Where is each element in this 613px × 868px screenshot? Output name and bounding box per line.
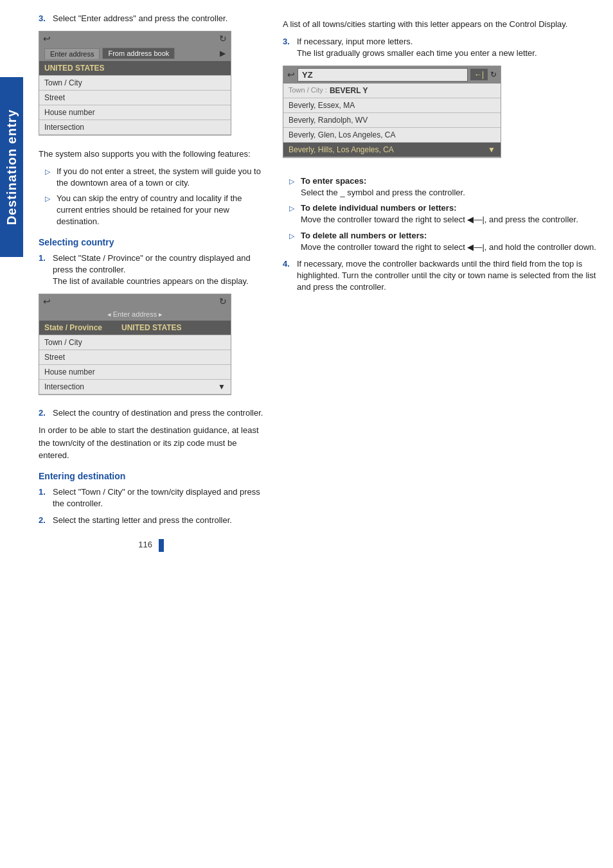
screen1-row-0[interactable]: UNITED STATES	[39, 61, 231, 76]
screen1-row-4[interactable]: Intersection	[39, 120, 231, 135]
bullet-2: ▷ You can skip the entry of country and …	[45, 193, 263, 228]
nav-screen-3: ↩ YZ ←| ↻ Town / City : BEVERL Y Beverly…	[283, 66, 501, 158]
state-province-row[interactable]: State / Province UNITED STATES	[39, 321, 231, 335]
town-city-value: BEVERL Y	[330, 86, 368, 95]
back-icon-1: ↩	[43, 33, 51, 44]
screen2-row-1[interactable]: Town / City	[39, 335, 231, 350]
selecting-step-1-num: 1.	[39, 252, 49, 288]
selecting-step-2-text: Select the country of destination and pr…	[53, 407, 263, 419]
left-column: 3. Select "Enter address" and press the …	[39, 13, 276, 552]
right-bullet-text-1: To enter spaces:Select the _ symbol and …	[301, 175, 465, 199]
bullet-text-2: You can skip the entry of country and lo…	[57, 193, 263, 228]
right-bullet-1: ▷ To enter spaces:Select the _ symbol an…	[289, 175, 600, 199]
right-step-4-text: If necessary, move the controller backwa…	[297, 258, 600, 294]
main-content: 3. Select "Enter address" and press the …	[32, 0, 613, 565]
right-column: A list of all towns/cities starting with…	[276, 13, 600, 552]
right-step-3-num: 3.	[283, 36, 293, 59]
bullet-text-1: If you do not enter a street, the system…	[57, 166, 263, 189]
screen2-label	[39, 402, 231, 407]
screen2-row-2[interactable]: Street	[39, 350, 231, 365]
selecting-step-2-num: 2.	[39, 407, 49, 419]
tab-arrow: ▶	[220, 49, 226, 58]
right-bullet-arrow-3: ▷	[289, 231, 297, 253]
entering-destination-heading: Entering destination	[39, 471, 263, 481]
entering-step-2: 2. Select the starting letter and press …	[39, 515, 263, 526]
screen3-town-header: Town / City : BEVERL Y	[283, 84, 501, 98]
screen3-row-3[interactable]: Beverly, Glen, Los Angeles, CA	[283, 128, 501, 143]
step-3-text: Select "Enter address" and press the con…	[53, 13, 263, 24]
nav-screen-2-header: ↩ ↻	[39, 294, 231, 308]
refresh-icon-3: ↻	[490, 70, 497, 79]
tab-row-1: Enter address From address book ▶	[39, 46, 231, 61]
tab-enter-address[interactable]: Enter address	[44, 48, 100, 59]
screen3-row-4-text: Beverly, Hills, Los Angeles, CA	[289, 145, 394, 154]
screen3-label	[283, 164, 501, 170]
screen2-row-3[interactable]: House number	[39, 365, 231, 380]
right-step-3-text: If necessary, input more letters.The lis…	[297, 36, 600, 59]
screen1-label	[39, 137, 231, 143]
selecting-step-1: 1. Select "State / Province" or the coun…	[39, 252, 263, 288]
right-bullet-3: ▷ To delete all numbers or letters:Move …	[289, 230, 600, 253]
entering-step-1: 1. Select "Town / City" or the town/city…	[39, 486, 263, 509]
nav-screen-1-header: ↩ ↻	[39, 31, 231, 46]
town-city-label: Town / City :	[289, 86, 327, 95]
selecting-step-1-text: Select "State / Province" or the country…	[53, 252, 263, 288]
right-step-4: 4. If necessary, move the controller bac…	[283, 258, 600, 294]
backspace-button[interactable]: ←|	[470, 69, 488, 80]
side-label-text: Destination entry	[4, 109, 19, 225]
screen3-row-2[interactable]: Beverly, Randolph, WV	[283, 113, 501, 128]
right-bullets: ▷ To enter spaces:Select the _ symbol an…	[289, 175, 600, 253]
bullet-arrow-1: ▷	[45, 167, 53, 189]
back-icon-2: ↩	[43, 296, 51, 306]
side-label: Destination entry	[0, 77, 23, 257]
feature-bullets: ▷ If you do not enter a street, the syst…	[45, 166, 263, 228]
right-step-3: 3. If necessary, input more letters.The …	[283, 36, 600, 59]
selecting-country-heading: Selecting country	[39, 237, 263, 247]
screen1-row-1[interactable]: Town / City	[39, 76, 231, 91]
list-note: A list of all towns/cities starting with…	[283, 18, 600, 31]
page-number-text: 116	[138, 540, 152, 550]
entering-step-2-text: Select the starting letter and press the…	[53, 515, 263, 526]
right-bullet-text-2: To delete individual numbers or letters:…	[301, 202, 578, 226]
screen3-row-4[interactable]: Beverly, Hills, Los Angeles, CA ▼	[283, 143, 501, 157]
right-bullet-text-3: To delete all numbers or letters:Move th…	[301, 230, 596, 253]
right-bullet-arrow-2: ▷	[289, 204, 297, 226]
right-bullet-2: ▷ To delete individual numbers or letter…	[289, 202, 600, 226]
bullet-1: ▷ If you do not enter a street, the syst…	[45, 166, 263, 189]
state-value: UNITED STATES	[121, 323, 182, 332]
entering-step-1-num: 1.	[39, 486, 49, 509]
bullet-arrow-2: ▷	[45, 194, 53, 228]
page-number-row: 116	[39, 539, 263, 552]
nav-screen-2: ↩ ↻ ◂ Enter address ▸ State / Province U…	[39, 294, 231, 395]
system-note: The system also supports you with the fo…	[39, 148, 263, 161]
step-3-num: 3.	[39, 13, 49, 24]
selecting-step-2: 2. Select the country of destination and…	[39, 407, 263, 419]
step-3: 3. Select "Enter address" and press the …	[39, 13, 263, 24]
intersection-label: Intersection	[44, 382, 84, 391]
entering-step-1-text: Select "Town / City" or the town/city di…	[53, 486, 263, 509]
enter-address-bar: ◂ Enter address ▸	[39, 308, 231, 321]
tab-address-book[interactable]: From address book	[102, 48, 175, 59]
screen3-row-1[interactable]: Beverly, Essex, MA	[283, 98, 501, 113]
state-label: State / Province	[44, 323, 121, 332]
letter-input-field[interactable]: YZ	[298, 68, 468, 82]
screen1-row-3[interactable]: House number	[39, 105, 231, 120]
scroll-down-arrow: ▼	[218, 382, 226, 391]
entering-step-2-num: 2.	[39, 515, 49, 526]
page-bar	[159, 539, 164, 552]
nav-screen-3-header: ↩ YZ ←| ↻	[283, 66, 501, 84]
right-step-4-num: 4.	[283, 258, 293, 294]
order-note: In order to be able to start the destina…	[39, 424, 263, 462]
screen1-row-2[interactable]: Street	[39, 91, 231, 105]
right-bullet-arrow-1: ▷	[289, 177, 297, 199]
refresh-icon-2: ↻	[219, 296, 227, 306]
back-icon-3: ↩	[287, 69, 295, 80]
nav-screen-1: ↩ ↻ Enter address From address book ▶ UN…	[39, 31, 231, 136]
screen2-row-4[interactable]: Intersection ▼	[39, 380, 231, 394]
screen3-scroll-arrow: ▼	[488, 145, 495, 154]
refresh-icon-1: ↻	[219, 33, 227, 44]
